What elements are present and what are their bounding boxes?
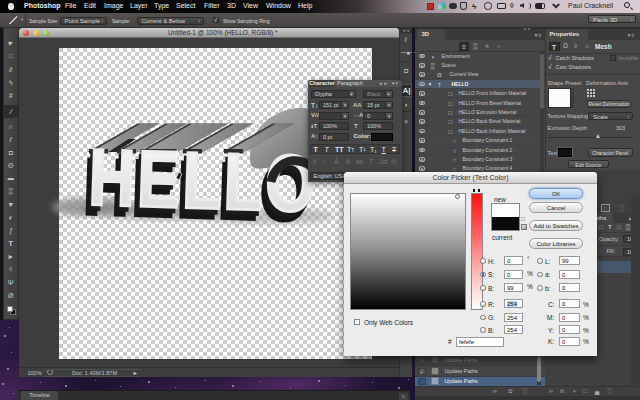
- svg-text:HELLO: HELLO: [87, 131, 319, 228]
